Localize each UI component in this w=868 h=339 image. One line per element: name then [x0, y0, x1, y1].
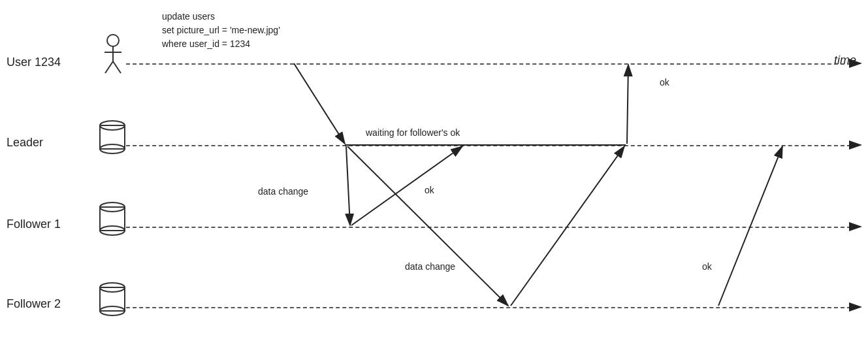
- svg-line-19: [351, 146, 462, 225]
- diagram: update users set picture_url = 'me-new.j…: [0, 0, 868, 339]
- svg-line-26: [718, 146, 782, 306]
- svg-line-17: [346, 146, 350, 225]
- sequence-arrows: [0, 0, 868, 339]
- svg-line-21: [627, 65, 628, 144]
- svg-line-20: [511, 146, 624, 306]
- svg-line-15: [294, 63, 345, 144]
